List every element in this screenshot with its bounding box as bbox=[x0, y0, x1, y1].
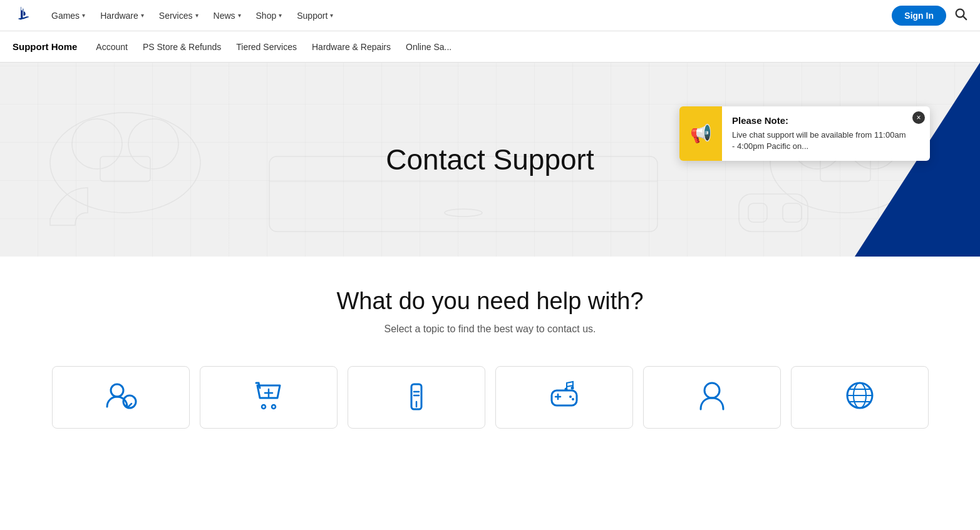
nav-games[interactable]: Games ▾ bbox=[45, 7, 91, 24]
svg-point-29 bbox=[704, 383, 720, 398]
top-navigation: Games ▾ Hardware ▾ Services ▾ News ▾ Sho… bbox=[0, 0, 980, 31]
chevron-down-icon: ▾ bbox=[238, 12, 241, 19]
svg-point-2 bbox=[50, 113, 200, 213]
svg-point-23 bbox=[569, 395, 572, 398]
svg-point-18 bbox=[262, 405, 266, 409]
nav-hardware[interactable]: Hardware ▾ bbox=[94, 7, 150, 24]
nav-account[interactable]: Account bbox=[96, 42, 128, 52]
nav-ps-store-refunds[interactable]: PS Store & Refunds bbox=[143, 42, 221, 52]
notification-icon-area: 📢 bbox=[679, 106, 722, 161]
card-ps-store[interactable] bbox=[200, 366, 338, 429]
support-home-link[interactable]: Support Home bbox=[13, 41, 77, 52]
svg-point-16 bbox=[111, 384, 123, 397]
svg-point-28 bbox=[570, 387, 574, 390]
svg-rect-15 bbox=[783, 203, 802, 222]
notification-popup: 📢 Please Note: Live chat support will be… bbox=[679, 106, 930, 161]
chevron-down-icon: ▾ bbox=[330, 12, 333, 19]
hero-section: Contact Support 📢 Please Note: Live chat… bbox=[0, 63, 980, 257]
profile-card-icon bbox=[696, 379, 728, 418]
nav-services[interactable]: Services ▾ bbox=[153, 7, 205, 24]
main-nav-links: Games ▾ Hardware ▾ Services ▾ News ▾ Sho… bbox=[45, 7, 892, 24]
nav-support[interactable]: Support ▾ bbox=[291, 7, 339, 24]
card-profile[interactable] bbox=[643, 366, 781, 429]
card-account[interactable] bbox=[52, 366, 190, 429]
globe-card-icon bbox=[843, 379, 876, 418]
card-gaming[interactable] bbox=[495, 366, 633, 429]
chevron-down-icon: ▾ bbox=[82, 12, 85, 19]
svg-rect-5 bbox=[100, 156, 150, 181]
svg-point-19 bbox=[272, 405, 276, 409]
chevron-down-icon: ▾ bbox=[141, 12, 144, 19]
sign-in-button[interactable]: Sign In bbox=[892, 6, 946, 26]
chevron-down-icon: ▾ bbox=[195, 12, 199, 19]
svg-point-3 bbox=[72, 119, 122, 169]
nav-hardware-repairs[interactable]: Hardware & Repairs bbox=[312, 42, 391, 52]
help-section: What do you need help with? Select a top… bbox=[0, 257, 980, 354]
support-navigation: Support Home Account PS Store & Refunds … bbox=[0, 31, 980, 63]
nav-news[interactable]: News ▾ bbox=[207, 7, 247, 24]
notification-title: Please Note: bbox=[732, 115, 907, 126]
hero-title: Contact Support bbox=[386, 143, 594, 176]
search-icon bbox=[954, 7, 967, 21]
account-card-icon bbox=[105, 379, 137, 418]
playstation-logo[interactable] bbox=[13, 3, 35, 28]
support-nav-links: Account PS Store & Refunds Tiered Servic… bbox=[96, 42, 451, 52]
svg-point-24 bbox=[572, 398, 574, 400]
top-nav-actions: Sign In bbox=[892, 6, 967, 26]
megaphone-icon: 📢 bbox=[690, 123, 712, 144]
nav-online-safety[interactable]: Online Sa... bbox=[406, 42, 451, 52]
card-globe[interactable] bbox=[791, 366, 929, 429]
nav-tiered-services[interactable]: Tiered Services bbox=[236, 42, 297, 52]
notification-content: Please Note: Live chat support will be a… bbox=[722, 106, 930, 161]
topic-cards-row bbox=[0, 354, 980, 454]
svg-rect-14 bbox=[748, 203, 767, 222]
help-title: What do you need help with? bbox=[13, 288, 967, 315]
svg-rect-13 bbox=[739, 194, 808, 232]
notification-body: Live chat support will be available from… bbox=[732, 130, 907, 152]
svg-point-8 bbox=[445, 209, 482, 217]
gaming-card-icon bbox=[548, 379, 580, 418]
card-console[interactable] bbox=[348, 366, 485, 429]
store-card-icon bbox=[252, 379, 285, 418]
svg-line-1 bbox=[963, 16, 966, 19]
svg-point-27 bbox=[564, 388, 567, 391]
nav-shop[interactable]: Shop ▾ bbox=[250, 7, 289, 24]
chevron-down-icon: ▾ bbox=[279, 12, 282, 19]
svg-point-4 bbox=[128, 119, 178, 169]
help-subtitle: Select a topic to find the best way to c… bbox=[13, 324, 967, 335]
search-button[interactable] bbox=[954, 7, 967, 24]
notification-close-button[interactable]: × bbox=[912, 111, 925, 124]
console-card-icon bbox=[400, 379, 433, 418]
